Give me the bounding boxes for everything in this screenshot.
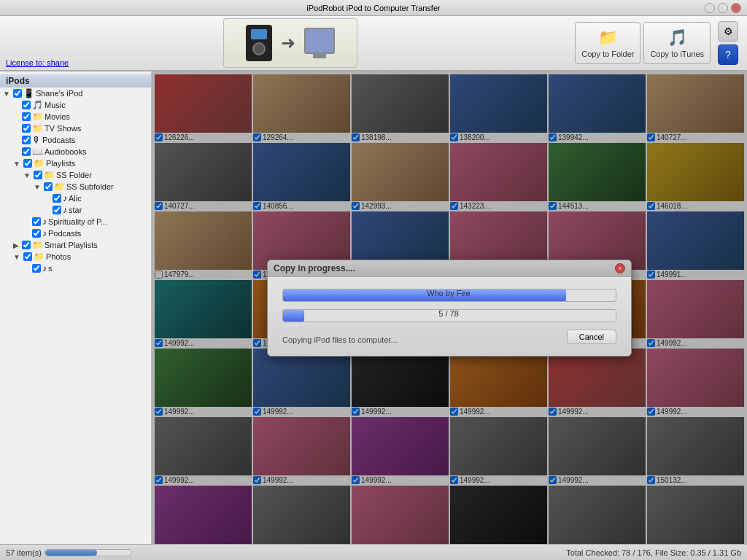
checkbox-s[interactable] — [32, 264, 41, 273]
sidebar-item-music[interactable]: 🎵Music — [0, 99, 151, 111]
copy-to-folder-button[interactable]: 📁 Copy to Folder — [575, 22, 640, 64]
main-area: iPods ▼📱Shane's iPod🎵Music📁Movies📁TV Sho… — [0, 71, 747, 544]
sidebar-item-shane-ipod[interactable]: ▼📱Shane's iPod — [0, 88, 151, 99]
item-icon: ♪ — [63, 205, 67, 215]
sidebar-item-movies[interactable]: 📁Movies — [0, 111, 151, 122]
sidebar-label-podcasts: Podcasts — [42, 136, 75, 144]
photo-content[interactable]: 126226...129264...138198...138200...1399… — [152, 71, 747, 544]
collapse-icon[interactable]: ▼ — [13, 160, 20, 168]
sidebar-item-alic[interactable]: ♪Alic — [0, 192, 151, 204]
collapse-icon[interactable]: ▼ — [13, 253, 20, 261]
help-button[interactable]: ? — [718, 44, 738, 65]
count-progress-row: 5 / 78 — [282, 309, 616, 322]
toolbar-buttons: 📁 Copy to Folder 🎵 Copy to iTunes — [575, 22, 711, 64]
music-icon: 🎵 — [32, 100, 43, 110]
sidebar-item-spirituality[interactable]: ♪Spirituality of P... — [0, 216, 151, 228]
checkbox-movies[interactable] — [22, 112, 31, 121]
minimize-button[interactable] — [705, 3, 715, 13]
collapse-icon[interactable]: ▼ — [23, 171, 31, 179]
monitor-icon — [304, 28, 335, 54]
ipod-wheel — [252, 42, 266, 55]
sidebar-item-playlists[interactable]: ▼📁Playlists — [0, 158, 151, 169]
collapse-icon[interactable]: ▼ — [34, 183, 41, 191]
app-title: iPodRobot iPod to Computer Transfer — [306, 4, 440, 12]
sidebar-label-spirituality: Spirituality of P... — [48, 217, 107, 226]
logo-area: ➜ — [6, 18, 575, 68]
folder-icon: 📁 — [598, 28, 618, 47]
modal-titlebar: Copy in progress.... × — [268, 260, 631, 277]
checkbox-smart-playlists[interactable] — [22, 241, 31, 249]
folder-icon: 📁 — [54, 182, 65, 192]
checkbox-spirituality[interactable] — [32, 217, 41, 226]
checkbox-shane-ipod[interactable] — [13, 89, 22, 98]
maximize-button[interactable] — [718, 3, 728, 13]
folder-icon: 📁 — [34, 252, 44, 262]
close-button[interactable] — [731, 3, 741, 13]
sidebar-item-podcasts[interactable]: 🎙Podcasts — [0, 134, 151, 146]
modal-close-button[interactable]: × — [615, 263, 625, 273]
sidebar-item-audiobooks[interactable]: 📖Audiobooks — [0, 146, 151, 158]
statusbar-scroll[interactable] — [44, 549, 132, 556]
checkbox-playlists[interactable] — [23, 159, 32, 168]
item-icon: ♪ — [42, 263, 47, 273]
item-icon: ♪ — [42, 217, 47, 227]
sidebar[interactable]: iPods ▼📱Shane's iPod🎵Music📁Movies📁TV Sho… — [0, 71, 152, 544]
item-count: 57 item(s) — [6, 548, 42, 557]
total-info: Total Checked: 78 / 176, File Size: 0.35… — [566, 548, 741, 557]
cancel-button[interactable]: Cancel — [567, 330, 616, 344]
monitor-container — [304, 28, 335, 58]
modal-overlay: Copy in progress.... × Who by Fire — [152, 71, 747, 544]
toolbar: License to: shane ➜ 📁 Copy to Folder 🎵 C… — [0, 16, 747, 71]
modal-footer: Copying iPod files to computer... Cancel — [282, 330, 616, 344]
sidebar-item-tv-shows[interactable]: 📁TV Shows — [0, 122, 151, 134]
sidebar-item-podcasts2[interactable]: ♪Podcasts — [0, 228, 151, 239]
item-icon: ♪ — [42, 228, 47, 238]
sidebar-label-photos: Photos — [46, 252, 71, 261]
collapse-icon[interactable]: ▼ — [3, 90, 10, 98]
modal-title: Copy in progress.... — [274, 263, 355, 273]
checkbox-ss-folder[interactable] — [34, 171, 42, 179]
folder-icon: 📁 — [32, 112, 43, 122]
license-link[interactable]: License to: shane — [6, 58, 69, 67]
copy-to-itunes-button[interactable]: 🎵 Copy to iTunes — [643, 22, 711, 64]
transfer-arrow-icon: ➜ — [281, 33, 295, 53]
window-controls — [705, 3, 741, 13]
checkbox-tv-shows[interactable] — [22, 124, 31, 133]
checkbox-alic[interactable] — [53, 194, 61, 203]
file-progress-row: Who by Fire — [282, 289, 616, 302]
sidebar-item-photos[interactable]: ▼📁Photos — [0, 251, 151, 262]
sidebar-label-smart-playlists: Smart Playlists — [44, 241, 98, 249]
statusbar-scroll-thumb — [45, 550, 97, 556]
checkbox-podcasts2[interactable] — [32, 229, 41, 238]
sidebar-item-s[interactable]: ♪s — [0, 262, 151, 274]
sidebar-header: iPods — [0, 74, 151, 88]
statusbar: 57 item(s) Total Checked: 78 / 176, File… — [0, 544, 747, 560]
current-file-label: Who by Fire — [282, 289, 615, 298]
checkbox-audiobooks[interactable] — [22, 147, 31, 156]
sidebar-item-ss-folder[interactable]: ▼📁SS Folder — [0, 169, 151, 181]
sidebar-label-alic: Alic — [69, 194, 82, 203]
modal-status-text: Copying iPod files to computer... — [282, 335, 567, 344]
sidebar-label-tv-shows: TV Shows — [44, 124, 81, 133]
sidebar-label-s: s — [48, 264, 53, 273]
checkbox-music[interactable] — [22, 101, 31, 109]
settings-button[interactable]: ⚙ — [718, 21, 738, 42]
sidebar-item-ss-subfolder[interactable]: ▼📁SS Subfolder — [0, 181, 151, 192]
count-label: 5 / 78 — [282, 309, 615, 318]
sidebar-label-music: Music — [44, 101, 66, 109]
logo-box: ➜ — [223, 18, 357, 68]
device-icon: 📱 — [23, 88, 34, 98]
checkbox-podcasts[interactable] — [22, 136, 31, 144]
folder-icon: 📁 — [44, 170, 55, 180]
checkbox-ss-subfolder[interactable] — [44, 182, 53, 191]
folder-icon: 📁 — [32, 123, 43, 133]
checkbox-star[interactable] — [53, 206, 61, 214]
progress-modal: Copy in progress.... × Who by Fire — [267, 260, 632, 357]
sidebar-item-smart-playlists[interactable]: ▶📁Smart Playlists — [0, 239, 151, 251]
modal-body: Who by Fire 5 / 78 Copying iPod files to… — [268, 277, 631, 356]
expand-icon[interactable]: ▶ — [13, 241, 19, 249]
sidebar-item-star[interactable]: ♪star — [0, 204, 151, 216]
item-icon: ♪ — [63, 193, 67, 203]
checkbox-photos[interactable] — [23, 252, 32, 261]
podcast-icon: 🎙 — [32, 135, 41, 145]
